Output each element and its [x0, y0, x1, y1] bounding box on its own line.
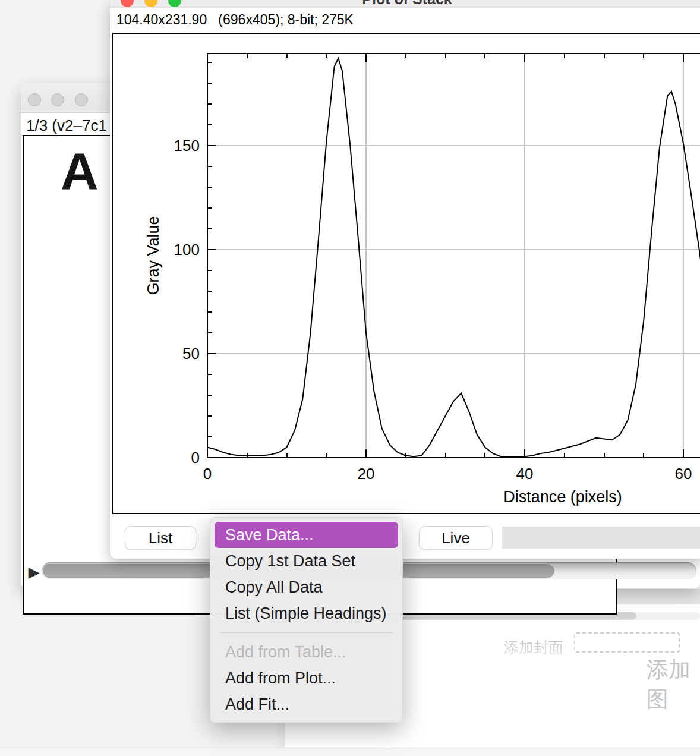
plot-window-titlebar[interactable]: Plot of Stack: [110, 0, 700, 8]
add-image-label[interactable]: 添加图: [647, 655, 700, 714]
profile-curve: [207, 58, 700, 456]
menu-item-label: Save Data...: [225, 526, 314, 544]
x-tick-label: 20: [358, 465, 375, 483]
menu-item-add-from-table: Add from Table...: [215, 639, 398, 665]
live-button-label: Live: [442, 529, 470, 547]
minimize-button-inactive[interactable]: [51, 93, 64, 106]
coordinate-readout: [502, 527, 700, 549]
play-icon[interactable]: ▶: [25, 562, 43, 581]
menu-item-add-from-plot[interactable]: Add from Plot...: [215, 665, 398, 691]
slice-label: 1/3 (v2–7c1: [26, 116, 107, 135]
menu-item-label: List (Simple Headings): [225, 604, 387, 623]
y-axis-title: Gray Value: [144, 216, 162, 295]
menu-item-copy-all-data[interactable]: Copy All Data: [215, 574, 398, 600]
y-tick-label: 150: [174, 137, 200, 155]
plot-canvas[interactable]: 0204060050100150Distance (pixels)Gray Va…: [112, 33, 700, 514]
menu-item-label: Add from Plot...: [225, 669, 336, 688]
zoom-button-inactive[interactable]: [75, 93, 88, 106]
menu-separator: [220, 632, 393, 633]
plot-of-stack-window: Plot of Stack 104.40x231.90 (696x405); 8…: [110, 0, 700, 559]
y-tick-label: 50: [182, 345, 200, 363]
x-axis-title: Distance (pixels): [503, 488, 622, 506]
data-context-menu: Save Data... Copy 1st Data Set Copy All …: [210, 517, 403, 723]
list-button[interactable]: List: [125, 526, 196, 550]
x-tick-label: 60: [675, 465, 692, 483]
profile-plot: 0204060050100150Distance (pixels)Gray Va…: [112, 33, 700, 515]
menu-item-list-simple-headings[interactable]: List (Simple Headings): [215, 600, 398, 626]
bottom-edge-strip: [0, 748, 700, 756]
desktop: ist Data » More » Live 添加封面 添加图 1/3 (v2–…: [0, 0, 700, 756]
y-tick-label: 100: [174, 241, 200, 259]
x-tick-label: 0: [203, 465, 212, 483]
add-image-dropzone[interactable]: [574, 632, 680, 653]
menu-item-label: Add from Table...: [225, 643, 346, 662]
menu-item-label: Copy All Data: [225, 578, 323, 597]
menu-item-save-data[interactable]: Save Data...: [215, 522, 398, 548]
image-info-line: 104.40x231.90 (696x405); 8-bit; 275K: [116, 12, 354, 28]
menu-item-add-fit[interactable]: Add Fit...: [215, 691, 398, 717]
live-button[interactable]: Live: [419, 526, 493, 550]
list-button-label: List: [149, 529, 172, 547]
x-tick-label: 40: [516, 465, 534, 483]
menu-item-copy-1st-data-set[interactable]: Copy 1st Data Set: [215, 548, 398, 574]
y-tick-label: 0: [191, 449, 200, 467]
plot-frame: [207, 53, 700, 458]
close-button-inactive[interactable]: [28, 93, 41, 106]
menu-item-label: Add Fit...: [225, 695, 289, 714]
image-content-letter: A: [61, 141, 99, 201]
menu-item-label: Copy 1st Data Set: [225, 552, 355, 571]
window-title: Plot of Stack: [110, 0, 700, 8]
